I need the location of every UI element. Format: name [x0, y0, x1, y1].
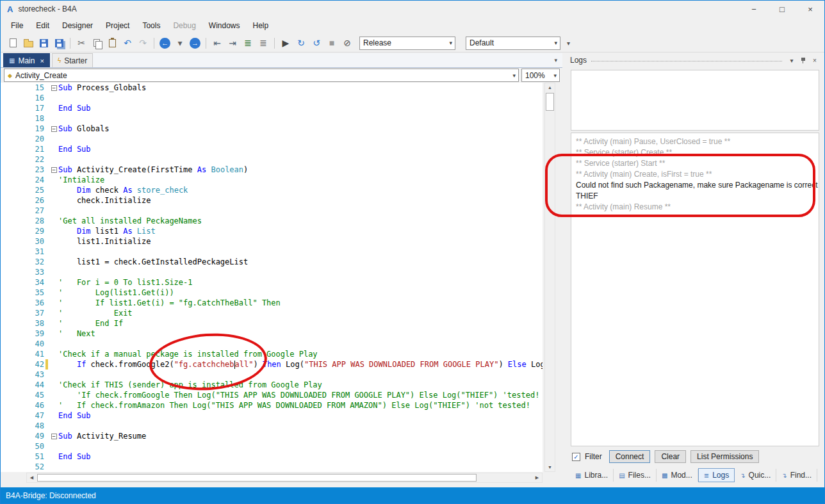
code-line[interactable]: 31 [1, 247, 543, 257]
code-line[interactable]: 37' Exit [1, 308, 543, 318]
code-line[interactable]: 48 [1, 421, 543, 431]
tab-starter[interactable]: ϟStarter [52, 53, 93, 67]
vertical-scrollbar[interactable] [544, 83, 555, 472]
code-line[interactable]: 27 [1, 206, 543, 216]
code-line[interactable]: 26 check.Initialize [1, 195, 543, 206]
menu-project[interactable]: Project [99, 19, 136, 33]
close-tab-icon[interactable]: × [40, 57, 44, 65]
code-line[interactable]: 24'Intialize [1, 175, 543, 185]
code-line[interactable]: 45 'If check.fromGoogle Then Log("THIS A… [1, 390, 543, 400]
code-line[interactable]: 17End Sub [1, 103, 543, 113]
toolbar-overflow-icon[interactable]: ▾ [567, 40, 570, 47]
panel-tab-find[interactable]: ↴Find... [776, 469, 817, 482]
menu-file[interactable]: File [4, 19, 29, 33]
code-line[interactable]: 20 [1, 134, 543, 144]
code-line[interactable]: 33 [1, 267, 543, 277]
code-line[interactable]: 42 If check.fromGoogle2("fg.catchcheball… [1, 359, 543, 370]
code-line[interactable]: 25 Dim check As store_check [1, 185, 543, 195]
sub-selector[interactable]: ◆ Activity_Create [4, 69, 519, 82]
clear-button[interactable]: Clear [655, 450, 686, 463]
fold-toggle-icon[interactable]: − [49, 165, 58, 175]
code-line[interactable]: 21End Sub [1, 144, 543, 154]
connect-button[interactable]: Connect [609, 450, 651, 463]
cut-icon[interactable]: ✂ [74, 37, 88, 49]
log-output[interactable]: ** Activity (main) Pause, UserClosed = t… [571, 133, 819, 446]
code-line[interactable]: 28'Get all installed PeckageNames [1, 216, 543, 226]
code-line[interactable]: 23−Sub Activity_Create(FirstTime As Bool… [1, 165, 543, 175]
code-line[interactable]: 22 [1, 154, 543, 165]
compile-icon[interactable]: ↻ [294, 37, 308, 49]
fold-toggle-icon[interactable]: − [49, 124, 58, 134]
code-line[interactable]: 52 [1, 462, 543, 472]
stop-icon[interactable]: ■ [325, 37, 339, 49]
code-line[interactable]: 51End Sub [1, 451, 543, 462]
code-line[interactable]: 36' If list1.Get(i) = "fg.CatchTheBall" … [1, 298, 543, 308]
navigate-back-icon[interactable]: ← [159, 38, 170, 49]
open-project-icon[interactable] [21, 37, 35, 49]
filter-checkbox[interactable] [572, 453, 580, 461]
uncomment-icon[interactable]: ≣ [256, 37, 270, 49]
scroll-down-icon[interactable] [545, 463, 555, 471]
menu-tools[interactable]: Tools [136, 19, 167, 33]
title-bar[interactable]: A storecheck - B4A −□× [1, 1, 824, 17]
vertical-scroll-thumb[interactable] [546, 93, 554, 111]
navigate-forward-icon[interactable]: → [190, 38, 200, 49]
profile-select[interactable]: Default [466, 37, 560, 50]
code-line[interactable]: 15−Sub Process_Globals [1, 83, 543, 93]
outdent-icon[interactable]: ⇤ [210, 37, 224, 49]
code-line[interactable]: 34' For i = 0 To list1.Size-1 [1, 277, 543, 288]
pin-icon[interactable] [798, 55, 808, 65]
comment-icon[interactable]: ≣ [241, 37, 255, 49]
panel-tab-mod[interactable]: ▩Mod... [657, 469, 698, 482]
menu-edit[interactable]: Edit [29, 19, 56, 33]
redo-icon[interactable]: ↷ [136, 37, 150, 49]
panel-tab-files[interactable]: ▤Files... [614, 469, 657, 482]
menu-designer[interactable]: Designer [56, 19, 99, 33]
run-icon[interactable]: ▶ [279, 37, 293, 49]
list-permissions-button[interactable]: List Permissions [690, 450, 759, 463]
close-button[interactable]: × [796, 1, 824, 17]
fold-toggle-icon[interactable]: − [49, 431, 58, 441]
code-line[interactable]: 50 [1, 441, 543, 451]
clean-project-icon[interactable]: ⊘ [340, 37, 354, 49]
menu-windows[interactable]: Windows [202, 19, 247, 33]
code-line[interactable]: 30 list1.Initialize [1, 236, 543, 247]
code-line[interactable]: 47End Sub [1, 411, 543, 421]
save-all-icon[interactable] [52, 37, 66, 49]
build-configuration-select[interactable]: Release [359, 37, 455, 50]
scroll-up-icon[interactable] [545, 83, 555, 92]
code-line[interactable]: 35' Log(list1.Get(i)) [1, 288, 543, 298]
fold-toggle-icon[interactable]: − [49, 83, 58, 93]
code-line[interactable]: 32 list1 = check.GetInstalledPeckageList [1, 257, 543, 267]
code-line[interactable]: 39' Next [1, 329, 543, 339]
zoom-selector[interactable]: 100% [521, 69, 560, 82]
maximize-button[interactable]: □ [768, 1, 796, 17]
new-file-icon[interactable] [6, 37, 20, 49]
minimize-button[interactable]: − [740, 1, 768, 17]
save-icon[interactable] [37, 37, 51, 49]
code-line[interactable]: 40 [1, 339, 543, 349]
panel-tab-libra[interactable]: ▦Libra... [570, 469, 614, 482]
code-line[interactable]: 19−Sub Globals [1, 124, 543, 134]
horizontal-scroll-thumb[interactable] [37, 474, 477, 482]
menu-help[interactable]: Help [247, 19, 275, 33]
panel-splitter[interactable] [562, 53, 567, 488]
copy-icon[interactable] [90, 37, 104, 49]
code-line[interactable]: 41'Check if a manual peckage is installe… [1, 349, 543, 359]
panel-dropdown-icon[interactable]: ▾ [787, 55, 797, 65]
code-line[interactable]: 44'Check if THIS (sender) app is install… [1, 380, 543, 390]
code-line[interactable]: 38' End If [1, 318, 543, 329]
tab-main[interactable]: ▦Main× [3, 53, 50, 67]
code-line[interactable]: 49−Sub Activity_Resume [1, 431, 543, 441]
rapid-debug-icon[interactable]: ↺ [309, 37, 323, 49]
code-editor[interactable]: 15−Sub Process_Globals1617End Sub1819−Su… [1, 83, 543, 472]
scroll-right-icon[interactable] [532, 473, 542, 482]
code-line[interactable]: 18 [1, 113, 543, 124]
code-line[interactable]: 43 [1, 370, 543, 380]
code-line[interactable]: 29 Dim list1 As List [1, 226, 543, 236]
horizontal-scrollbar[interactable] [26, 473, 543, 483]
code-line[interactable]: 16 [1, 93, 543, 103]
undo-icon[interactable]: ↶ [120, 37, 135, 49]
indent-icon[interactable]: ⇥ [225, 37, 240, 49]
code-line[interactable]: 46' If check.fromAmazon Then Log("THIS A… [1, 400, 543, 411]
